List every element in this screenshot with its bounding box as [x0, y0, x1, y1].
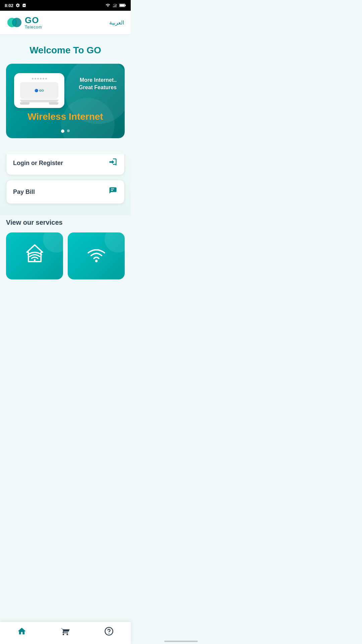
router-base: [20, 100, 58, 102]
router-dot-2: [35, 78, 36, 79]
status-left: 8:02: [5, 3, 26, 8]
pay-bill-button[interactable]: Pay Bill: [6, 180, 125, 204]
banner-main-title: Wireless Internet: [14, 111, 117, 122]
home-internet-card[interactable]: [6, 232, 63, 279]
app-header: GO Telecom العربية: [0, 11, 131, 34]
sim-icon: [22, 3, 26, 8]
status-right: [105, 3, 126, 8]
banner-wrapper: 🔵 GO More Internet.. Great Features Wire…: [6, 64, 125, 138]
svg-point-10: [95, 260, 98, 262]
services-section: View our services: [0, 215, 131, 286]
time-display: 8:02: [5, 3, 13, 8]
svg-rect-5: [125, 5, 126, 6]
welcome-title: Welcome To GO: [0, 34, 131, 64]
svg-rect-6: [120, 4, 124, 6]
router-dot-1: [32, 78, 34, 79]
router-shape: 🔵 GO: [14, 73, 64, 108]
status-bar: 8:02: [0, 0, 131, 11]
banner-tagline: More Internet.. Great Features: [79, 76, 117, 92]
router-body: 🔵 GO: [20, 82, 58, 99]
main-content: Welcome To GO: [0, 34, 131, 313]
router-dot-6: [45, 78, 47, 79]
login-icon: [108, 157, 118, 169]
services-grid: [6, 232, 125, 279]
banner-dot-2[interactable]: [67, 129, 70, 132]
router-foot-right: [49, 102, 58, 105]
router-dot-4: [40, 78, 42, 79]
router-dot-5: [43, 78, 44, 79]
svg-rect-2: [115, 5, 115, 7]
login-register-label: Login or Register: [13, 160, 63, 167]
router-foot-left: [20, 102, 29, 105]
settings-icon: [15, 3, 20, 8]
battery-icon: [119, 3, 126, 7]
banner-dot-1[interactable]: [61, 129, 64, 133]
arabic-language-button[interactable]: العربية: [109, 19, 124, 26]
wireless-internet-card[interactable]: [68, 232, 125, 279]
signal-icon: [113, 3, 117, 8]
pay-bill-label: Pay Bill: [13, 189, 35, 196]
wifi-status-icon: [105, 3, 111, 8]
logo-area: GO Telecom: [7, 15, 42, 30]
home-wifi-icon: [22, 241, 47, 271]
svg-rect-3: [116, 4, 116, 7]
services-title: View our services: [6, 219, 125, 226]
svg-point-9: [34, 259, 36, 261]
svg-rect-0: [113, 6, 113, 7]
logo-go: GO: [25, 15, 42, 25]
banner-top: 🔵 GO More Internet.. Great Features: [14, 73, 117, 108]
banner-dots: [61, 129, 70, 133]
login-register-button[interactable]: Login or Register: [6, 151, 125, 175]
logo-text: GO Telecom: [25, 15, 42, 30]
action-area: Login or Register Pay Bill: [0, 148, 131, 215]
go-telecom-logo-icon: [7, 15, 22, 30]
banner-text-right: More Internet.. Great Features: [79, 73, 117, 92]
bill-icon: [108, 186, 118, 198]
router-dots: [20, 78, 58, 79]
promo-banner[interactable]: 🔵 GO More Internet.. Great Features Wire…: [6, 64, 125, 138]
router-feet: [20, 102, 58, 105]
wifi-icon: [84, 241, 109, 271]
svg-rect-1: [114, 6, 114, 7]
router-dot-3: [37, 78, 39, 79]
router-image: 🔵 GO: [14, 73, 64, 108]
logo-telecom: Telecom: [25, 25, 42, 30]
